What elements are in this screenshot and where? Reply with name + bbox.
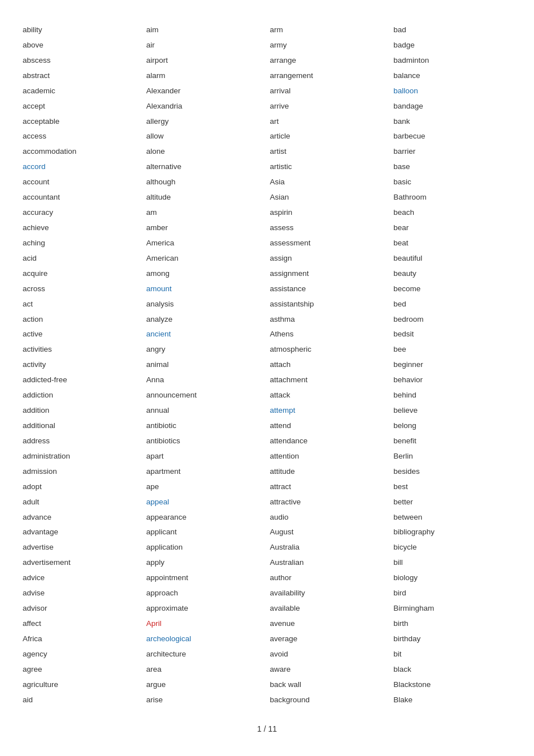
list-item: barrier [393, 144, 511, 159]
list-item: attractive [270, 495, 388, 510]
list-item: additional [23, 418, 141, 434]
list-item: biology [393, 571, 511, 586]
list-item: amber [146, 221, 264, 236]
list-item: active [23, 327, 141, 342]
list-item: across [23, 282, 141, 297]
list-item: arm [270, 23, 388, 38]
list-item: aspirin [270, 205, 388, 221]
list-item: assign [270, 251, 388, 266]
list-item: activities [23, 342, 141, 357]
list-item: average [270, 632, 388, 647]
list-item: academic [23, 84, 141, 99]
pagination: 1 / 11 [23, 724, 511, 733]
list-item: alternative [146, 159, 264, 175]
list-item: affect [23, 616, 141, 632]
list-item: argue [146, 677, 264, 693]
list-item: attempt [270, 403, 388, 418]
list-item: am [146, 205, 264, 221]
list-item: agency [23, 647, 141, 662]
list-item: apartment [146, 464, 264, 479]
list-item: abstract [23, 68, 141, 84]
list-item: alone [146, 144, 264, 159]
list-item: Blackstone [393, 677, 511, 693]
list-item: bill [393, 555, 511, 571]
list-item: advice [23, 571, 141, 586]
list-item: bed [393, 297, 511, 312]
word-grid: abilityaimarmbadaboveairarmybadgeabscess… [23, 23, 511, 707]
list-item: bear [393, 221, 511, 236]
list-item: assistance [270, 282, 388, 297]
list-item: analyze [146, 312, 264, 327]
list-item: bicycle [393, 540, 511, 555]
list-item: birth [393, 616, 511, 632]
list-item: beautiful [393, 251, 511, 266]
page-container: abilityaimarmbadaboveairarmybadgeabscess… [0, 0, 534, 756]
list-item: bad [393, 23, 511, 38]
list-item: acid [23, 251, 141, 266]
list-item: April [146, 616, 264, 632]
list-item: annual [146, 403, 264, 418]
list-item: balloon [393, 84, 511, 99]
list-item: among [146, 266, 264, 282]
list-item: black [393, 662, 511, 677]
list-item: abscess [23, 53, 141, 68]
list-item: bee [393, 342, 511, 357]
list-item: availability [270, 586, 388, 601]
list-item: Africa [23, 632, 141, 647]
list-item: action [23, 312, 141, 327]
list-item: admission [23, 464, 141, 479]
list-item: arrival [270, 84, 388, 99]
list-item: basic [393, 175, 511, 190]
list-item: bibliography [393, 525, 511, 540]
list-item: assessment [270, 236, 388, 251]
list-item: avenue [270, 616, 388, 632]
list-item: assistantship [270, 297, 388, 312]
list-item: application [146, 540, 264, 555]
list-item: belong [393, 418, 511, 434]
list-item: Blake [393, 693, 511, 708]
list-item: agree [23, 662, 141, 677]
list-item: assess [270, 221, 388, 236]
list-item: bedroom [393, 312, 511, 327]
list-item: between [393, 510, 511, 525]
list-item: activity [23, 357, 141, 373]
list-item: beach [393, 205, 511, 221]
list-item: access [23, 129, 141, 144]
list-item: bird [393, 586, 511, 601]
list-item: Birmingham [393, 601, 511, 616]
list-item: believe [393, 403, 511, 418]
list-item: Australian [270, 555, 388, 571]
list-item: attack [270, 388, 388, 403]
list-item: amount [146, 282, 264, 297]
list-item: applicant [146, 525, 264, 540]
list-item: act [23, 297, 141, 312]
list-item: ancient [146, 327, 264, 342]
list-item: art [270, 114, 388, 129]
list-item: background [270, 693, 388, 708]
list-item: artist [270, 144, 388, 159]
list-item: accommodation [23, 144, 141, 159]
list-item: audio [270, 510, 388, 525]
list-item: become [393, 282, 511, 297]
list-item: accept [23, 99, 141, 114]
list-item: beauty [393, 266, 511, 282]
list-item: advise [23, 586, 141, 601]
list-item: assignment [270, 266, 388, 282]
list-item: Australia [270, 540, 388, 555]
list-item: addicted-free [23, 373, 141, 388]
list-item: airport [146, 53, 264, 68]
list-item: air [146, 38, 264, 53]
list-item: atmospheric [270, 342, 388, 357]
list-item: address [23, 434, 141, 449]
list-item: accuracy [23, 205, 141, 221]
list-item: Alexander [146, 84, 264, 99]
list-item: available [270, 601, 388, 616]
list-item: antibiotic [146, 418, 264, 434]
list-item: architecture [146, 647, 264, 662]
list-item: army [270, 38, 388, 53]
list-item: birthday [393, 632, 511, 647]
list-item: author [270, 571, 388, 586]
list-item: arrangement [270, 68, 388, 84]
list-item: base [393, 159, 511, 175]
list-item: approximate [146, 601, 264, 616]
